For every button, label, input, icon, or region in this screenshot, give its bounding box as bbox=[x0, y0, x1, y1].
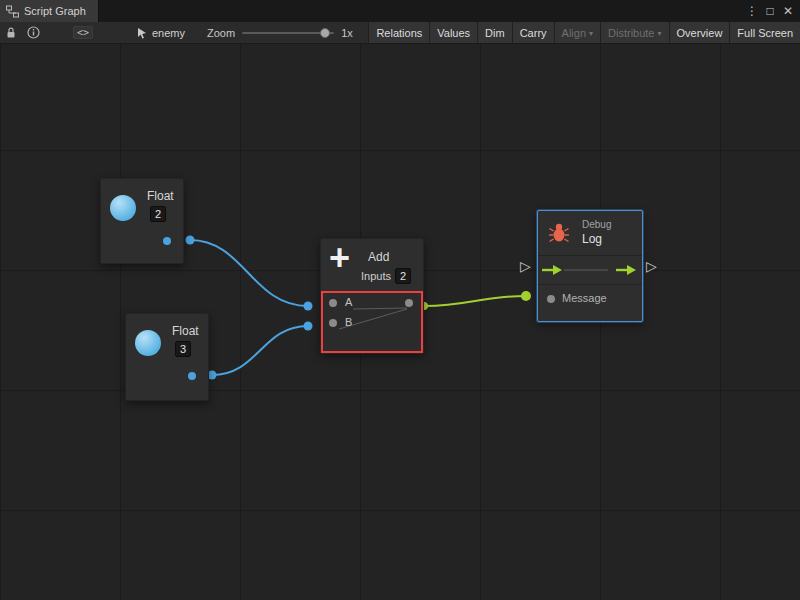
carry-button[interactable]: Carry bbox=[512, 22, 554, 43]
flow-ports-graphic bbox=[538, 256, 642, 284]
port-a-label: A bbox=[345, 296, 352, 308]
float-node-1[interactable]: Float 2 bbox=[100, 178, 184, 264]
pointer-icon bbox=[136, 27, 148, 39]
dim-button-label: Dim bbox=[485, 27, 505, 39]
kebab-menu-icon[interactable]: ⋮ bbox=[744, 4, 760, 18]
toolbar: <> enemy Zoom 1x Relations Values Dim Ca… bbox=[0, 22, 800, 44]
chevron-down-icon: ▾ bbox=[658, 29, 662, 38]
add-output-port[interactable] bbox=[405, 299, 413, 307]
distribute-button[interactable]: Distribute ▾ bbox=[600, 22, 668, 43]
debug-log-node[interactable]: Debug Log Message bbox=[537, 210, 643, 322]
flow-output-stub-icon[interactable]: ▷ bbox=[646, 258, 657, 274]
add-ports-highlight: A B bbox=[321, 291, 423, 353]
flow-output-port bbox=[616, 265, 636, 275]
wire-endpoint-dot bbox=[521, 291, 531, 301]
node-title: Float bbox=[147, 189, 174, 203]
node-category: Debug bbox=[582, 219, 611, 230]
port-row-b: B bbox=[323, 313, 421, 333]
wire-float3-to-add-b[interactable] bbox=[212, 326, 308, 375]
relations-button[interactable]: Relations bbox=[368, 22, 429, 43]
node-title: Float bbox=[172, 324, 199, 338]
fullscreen-button[interactable]: Full Screen bbox=[729, 22, 800, 43]
title-bar: Script Graph ⋮ □ ✕ bbox=[0, 0, 800, 22]
node-title: Add bbox=[368, 250, 389, 264]
debug-node-header: Debug Log bbox=[538, 211, 642, 255]
code-view-icon[interactable]: <> bbox=[72, 22, 94, 43]
add-input-b-port[interactable] bbox=[329, 319, 337, 327]
float-value-field[interactable]: 2 bbox=[150, 206, 166, 222]
float-type-icon bbox=[135, 330, 161, 356]
wire-endpoint-dot bbox=[186, 236, 195, 245]
float-output-port[interactable] bbox=[163, 237, 171, 245]
zoom-value: 1x bbox=[341, 27, 353, 39]
chevron-down-icon: ▾ bbox=[589, 29, 593, 38]
plus-icon: + bbox=[329, 237, 350, 279]
float-value-field[interactable]: 3 bbox=[175, 341, 191, 357]
dim-button[interactable]: Dim bbox=[477, 22, 512, 43]
fullscreen-button-label: Full Screen bbox=[737, 27, 793, 39]
port-b-label: B bbox=[345, 316, 352, 328]
wire-endpoint-dot bbox=[304, 302, 313, 311]
add-node-header: + Add Inputs 2 bbox=[321, 239, 423, 291]
zoom-slider-knob[interactable] bbox=[320, 28, 330, 38]
overview-button-label: Overview bbox=[677, 27, 723, 39]
float-node-2[interactable]: Float 3 bbox=[125, 313, 209, 401]
bug-icon bbox=[548, 222, 570, 247]
values-button[interactable]: Values bbox=[429, 22, 477, 43]
float-type-icon bbox=[110, 195, 136, 221]
zoom-slider[interactable] bbox=[242, 26, 334, 40]
float-output-port[interactable] bbox=[188, 372, 196, 380]
info-icon[interactable] bbox=[22, 22, 44, 43]
window-controls: ⋮ □ ✕ bbox=[744, 0, 800, 22]
tab-title: Script Graph bbox=[24, 5, 86, 17]
lock-icon[interactable] bbox=[0, 22, 22, 43]
add-input-a-port[interactable] bbox=[329, 299, 337, 307]
distribute-button-label: Distribute bbox=[608, 27, 654, 39]
wire-add-to-log-message[interactable] bbox=[424, 296, 526, 306]
maximize-icon[interactable]: □ bbox=[762, 4, 778, 18]
flow-input-port bbox=[542, 265, 562, 275]
inputs-label: Inputs bbox=[361, 270, 391, 282]
carry-button-label: Carry bbox=[520, 27, 547, 39]
zoom-label: Zoom bbox=[207, 27, 235, 39]
tab-script-graph[interactable]: Script Graph bbox=[0, 0, 99, 22]
script-graph-icon bbox=[6, 5, 19, 18]
add-node[interactable]: + Add Inputs 2 A B bbox=[320, 238, 424, 354]
relations-button-label: Relations bbox=[376, 27, 422, 39]
wire-endpoint-dot bbox=[304, 322, 313, 331]
graph-canvas[interactable]: Float 2 Float 3 + Add Inputs 2 A bbox=[0, 44, 800, 600]
message-port-row: Message bbox=[538, 285, 642, 319]
close-icon[interactable]: ✕ bbox=[780, 4, 796, 18]
flow-input-stub-icon[interactable]: ▷ bbox=[520, 258, 531, 274]
message-input-port[interactable] bbox=[547, 295, 555, 303]
message-label: Message bbox=[562, 292, 607, 304]
port-row-a: A bbox=[323, 293, 421, 313]
toolbar-buttons: Relations Values Dim Carry Align ▾ Distr… bbox=[368, 22, 800, 43]
graph-name-label: enemy bbox=[152, 27, 185, 39]
overview-button[interactable]: Overview bbox=[669, 22, 730, 43]
wire-float2-to-add-a[interactable] bbox=[190, 240, 308, 306]
graph-reference[interactable]: enemy bbox=[128, 22, 193, 43]
inputs-count-field[interactable]: 2 bbox=[395, 268, 411, 284]
align-button[interactable]: Align ▾ bbox=[554, 22, 600, 43]
align-button-label: Align bbox=[562, 27, 586, 39]
values-button-label: Values bbox=[437, 27, 470, 39]
node-title: Log bbox=[582, 232, 602, 246]
flow-ports-row bbox=[538, 255, 642, 285]
zoom-group: Zoom 1x bbox=[207, 22, 353, 43]
